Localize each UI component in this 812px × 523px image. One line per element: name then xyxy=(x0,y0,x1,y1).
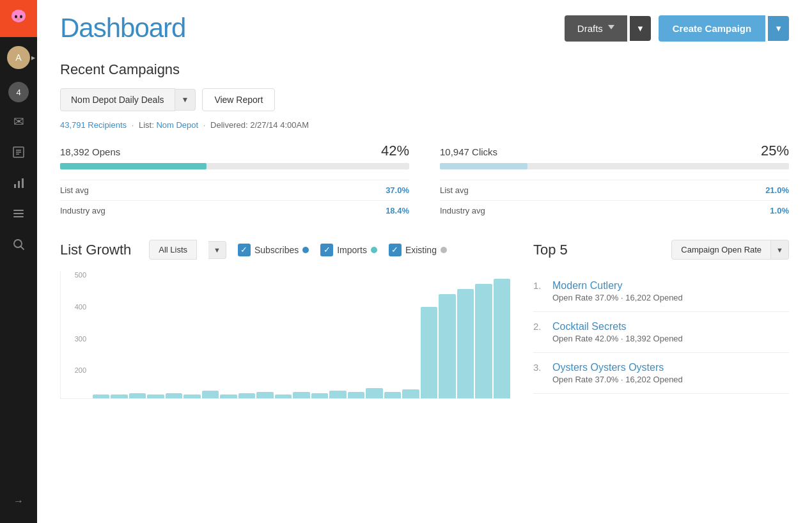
svg-marker-18 xyxy=(608,25,614,29)
chart-icon[interactable] xyxy=(0,168,37,198)
open-rate-dropdown[interactable]: ▼ xyxy=(771,240,789,260)
opens-industry-avg: Industry avg 18.4% xyxy=(60,200,409,221)
opens-bar-fill xyxy=(60,163,207,169)
list-icon[interactable] xyxy=(0,198,37,229)
chart-bar xyxy=(494,279,510,398)
drafts-button[interactable]: Drafts xyxy=(565,15,627,42)
chart-bar xyxy=(256,392,273,398)
recipients-link[interactable]: 43,791 Recipients xyxy=(60,120,127,130)
all-lists-button[interactable]: All Lists xyxy=(149,240,197,260)
top5-item-2: 2. Cocktail Secrets Open Rate 42.0% · 18… xyxy=(533,312,789,353)
app-logo xyxy=(0,0,37,37)
existing-legend: ✓ Existing xyxy=(389,244,447,256)
growth-title: List Growth xyxy=(60,242,131,258)
chart-bar xyxy=(457,289,474,398)
view-report-button[interactable]: View Report xyxy=(202,88,275,111)
chart-bar xyxy=(366,388,382,398)
top5-item-1: 1. Modern Cutlery Open Rate 37.0% · 16,2… xyxy=(533,271,789,312)
top5-header: Top 5 Campaign Open Rate ▼ xyxy=(533,240,789,260)
drafts-dropdown-button[interactable]: ▼ xyxy=(630,16,651,41)
chart-bar xyxy=(129,393,146,398)
chart-bar xyxy=(93,394,109,398)
sidebar: A 4 ✉ → xyxy=(0,0,37,523)
chart-bar xyxy=(238,393,255,398)
top5-meta-1: Open Rate 37.0% · 16,202 Opened xyxy=(552,293,683,302)
chart-yaxis: 500 400 300 200 xyxy=(61,271,90,398)
clicks-stat: 10,947 Clicks 25% List avg 21.0% Industr… xyxy=(440,143,789,221)
recent-campaigns-section: Recent Campaigns Nom Depot Daily Deals ▼… xyxy=(60,61,789,221)
delivered-prefix: Delivered: xyxy=(210,120,248,130)
search-icon[interactable] xyxy=(0,229,37,260)
bottom-grid: List Growth All Lists ▼ ✓ Subscribes ✓ I… xyxy=(60,240,789,399)
top5-campaign-link-2[interactable]: Cocktail Secrets xyxy=(552,321,683,332)
subscribes-checkbox[interactable]: ✓ xyxy=(238,244,251,256)
campaign-name-dropdown[interactable]: ▼ xyxy=(175,89,196,111)
growth-header: List Growth All Lists ▼ ✓ Subscribes ✓ I… xyxy=(60,240,510,260)
reports-icon[interactable] xyxy=(0,137,37,168)
delivered-date: 2/27/14 4:00AM xyxy=(250,120,309,130)
svg-point-4 xyxy=(20,15,22,19)
clicks-industry-avg: Industry avg 1.0% xyxy=(440,200,789,221)
avatar[interactable]: A xyxy=(7,46,30,69)
chart-bar xyxy=(439,294,455,398)
svg-rect-13 xyxy=(13,210,24,211)
clicks-label: 10,947 Clicks xyxy=(440,146,497,157)
svg-rect-10 xyxy=(14,184,16,188)
svg-line-17 xyxy=(21,247,24,250)
svg-rect-15 xyxy=(13,216,24,217)
existing-checkbox[interactable]: ✓ xyxy=(389,244,402,256)
opens-bar-track xyxy=(60,163,409,169)
chart-bar xyxy=(111,394,127,398)
collapse-sidebar-button[interactable]: → xyxy=(0,488,37,514)
svg-rect-12 xyxy=(22,178,24,188)
svg-rect-14 xyxy=(13,213,24,214)
chart-bar xyxy=(402,389,419,398)
svg-rect-11 xyxy=(18,181,20,188)
chart-bar xyxy=(384,392,401,398)
clicks-bar-track xyxy=(440,163,789,169)
header: Dashboard Drafts ▼ Create Campaign ▼ xyxy=(60,13,789,43)
chart-bar xyxy=(166,393,182,398)
opens-stat: 18,392 Opens 42% List avg 37.0% Industry… xyxy=(60,143,409,221)
imports-checkbox[interactable]: ✓ xyxy=(320,244,333,256)
campaign-name-button[interactable]: Nom Depot Daily Deals xyxy=(60,88,175,111)
list-link[interactable]: Nom Depot xyxy=(156,120,198,130)
chart-bar xyxy=(293,392,309,398)
chart-bar xyxy=(202,391,219,398)
imports-legend: ✓ Imports xyxy=(320,244,377,256)
list-growth-section: List Growth All Lists ▼ ✓ Subscribes ✓ I… xyxy=(60,240,510,399)
open-rate-selector: Campaign Open Rate ▼ xyxy=(671,240,789,260)
clicks-pct: 25% xyxy=(761,143,789,159)
top5-item-3: 3. Oysters Oysters Oysters Open Rate 37.… xyxy=(533,353,789,394)
mail-icon[interactable]: ✉ xyxy=(0,106,37,137)
notification-badge[interactable]: 4 xyxy=(8,82,29,102)
clicks-bar-fill xyxy=(440,163,527,169)
chart-bar xyxy=(183,394,200,398)
campaign-selector: Nom Depot Daily Deals ▼ View Report xyxy=(60,88,789,111)
top5-campaign-link-1[interactable]: Modern Cutlery xyxy=(552,280,683,292)
chart-bar xyxy=(220,394,237,398)
chart-bars xyxy=(93,271,510,398)
create-campaign-dropdown-button[interactable]: ▼ xyxy=(768,16,789,41)
stats-grid: 18,392 Opens 42% List avg 37.0% Industry… xyxy=(60,143,789,221)
svg-point-5 xyxy=(17,18,20,20)
chart-bar xyxy=(348,392,364,398)
list-growth-chart: 500 400 300 200 xyxy=(60,271,510,399)
create-campaign-button[interactable]: Create Campaign xyxy=(659,15,765,42)
opens-list-avg: List avg 37.0% xyxy=(60,180,409,200)
top5-campaign-link-3[interactable]: Oysters Oysters Oysters xyxy=(552,362,683,373)
svg-point-3 xyxy=(15,15,17,19)
all-lists-dropdown[interactable]: ▼ xyxy=(208,241,226,259)
top5-meta-3: Open Rate 37.0% · 16,202 Opened xyxy=(552,375,683,384)
chart-bar xyxy=(421,307,437,398)
open-rate-button[interactable]: Campaign Open Rate xyxy=(671,240,771,260)
opens-label: 18,392 Opens xyxy=(60,146,120,157)
clicks-list-avg: List avg 21.0% xyxy=(440,180,789,200)
main-content: Dashboard Drafts ▼ Create Campaign ▼ Rec… xyxy=(37,0,812,523)
chart-bar xyxy=(311,393,328,398)
top5-list: 1. Modern Cutlery Open Rate 37.0% · 16,2… xyxy=(533,271,789,394)
imports-dot xyxy=(371,247,377,253)
opens-pct: 42% xyxy=(381,143,409,159)
chart-bar xyxy=(329,391,346,398)
recent-campaigns-title: Recent Campaigns xyxy=(60,61,789,78)
